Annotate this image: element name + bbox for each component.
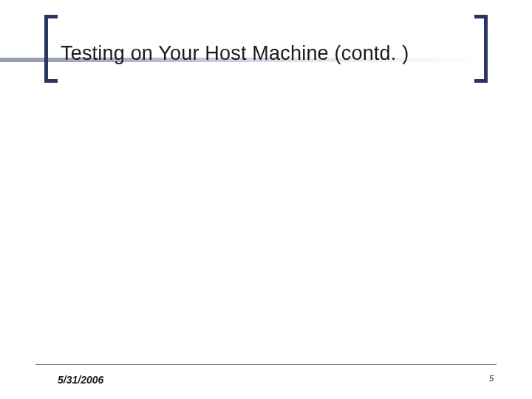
slide-title: Testing on Your Host Machine (contd. ) — [61, 41, 471, 65]
footer-page-number: 5 — [489, 374, 494, 383]
footer-divider — [35, 364, 497, 365]
footer-date: 5/31/2006 — [58, 374, 103, 386]
slide: Testing on Your Host Machine (contd. ) 5… — [0, 0, 532, 399]
